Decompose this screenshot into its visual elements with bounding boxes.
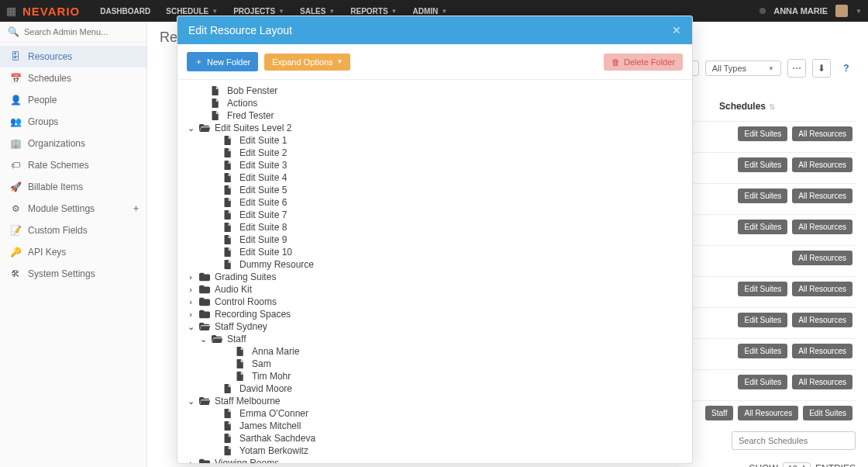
folder-icon bbox=[199, 310, 210, 319]
delete-folder-button[interactable]: 🗑 Delete Folder bbox=[604, 54, 683, 71]
folder-icon bbox=[199, 285, 210, 294]
tree-label: Audio Kit bbox=[215, 284, 252, 295]
tree-label: Edit Suite 4 bbox=[239, 172, 287, 183]
file-icon bbox=[224, 210, 232, 220]
file-icon bbox=[224, 185, 232, 195]
tree-label: Grading Suites bbox=[215, 272, 276, 282]
file-icon bbox=[224, 223, 232, 232]
tree-folder[interactable]: ›Grading Suites bbox=[187, 271, 683, 283]
tree-item[interactable]: Tim Mohr bbox=[187, 370, 683, 382]
tree-label: Fred Tester bbox=[227, 110, 274, 121]
tree-label: Emma O'Conner bbox=[239, 408, 308, 419]
tree-item[interactable]: David Moore bbox=[187, 382, 683, 395]
tree-label: Anna Marie bbox=[252, 346, 299, 357]
tree-item[interactable]: Emma O'Conner bbox=[187, 407, 683, 420]
chevron-down-icon[interactable]: ⌄ bbox=[199, 334, 207, 344]
tree-label: Bob Fenster bbox=[227, 85, 277, 96]
tree-item[interactable]: Sarthak Sachdeva bbox=[187, 432, 683, 445]
file-icon bbox=[224, 198, 232, 207]
file-icon bbox=[236, 372, 244, 381]
chevron-down-icon[interactable]: ⌄ bbox=[187, 396, 195, 406]
tree-label: Dummy Resource bbox=[239, 259, 314, 270]
tree-folder[interactable]: ⌄Staff Melbourne bbox=[187, 395, 683, 407]
tree-label: Edit Suite 7 bbox=[239, 209, 287, 220]
tree-item[interactable]: Edit Suite 4 bbox=[187, 171, 683, 184]
file-icon bbox=[224, 148, 232, 157]
tree-label: Edit Suite 2 bbox=[239, 147, 287, 158]
file-icon bbox=[212, 111, 219, 120]
tree-item[interactable]: Edit Suite 10 bbox=[187, 246, 683, 258]
tree-item[interactable]: Anna Marie bbox=[187, 345, 683, 358]
file-icon bbox=[224, 421, 232, 431]
tree-label: Edit Suite 3 bbox=[239, 160, 287, 171]
tree-label: Edit Suite 5 bbox=[239, 185, 287, 195]
folder-icon bbox=[199, 458, 210, 463]
close-icon[interactable]: ✕ bbox=[672, 24, 681, 36]
tree-folder[interactable]: ⌄Edit Suites Level 2 bbox=[187, 122, 683, 134]
plus-icon: ＋ bbox=[195, 56, 203, 67]
tree-item[interactable]: Edit Suite 9 bbox=[187, 234, 683, 246]
chevron-down-icon[interactable]: ⌄ bbox=[187, 322, 195, 332]
tree-label: Edit Suite 9 bbox=[239, 234, 287, 245]
tree-item[interactable]: Edit Suite 7 bbox=[187, 209, 683, 221]
tree-folder[interactable]: ›Viewing Rooms bbox=[187, 457, 683, 463]
tree-item[interactable]: Edit Suite 3 bbox=[187, 159, 683, 171]
file-icon bbox=[236, 347, 244, 356]
file-icon bbox=[224, 247, 232, 257]
tree-label: David Moore bbox=[239, 383, 292, 394]
tree-label: Edit Suite 6 bbox=[239, 197, 287, 208]
tree-item[interactable]: Actions bbox=[187, 97, 683, 109]
new-folder-button[interactable]: ＋ New Folder bbox=[187, 52, 258, 71]
tree-label: James Mitchell bbox=[239, 420, 301, 431]
file-icon bbox=[224, 260, 232, 269]
edit-resource-layout-modal: Edit Resource Layout ✕ ＋ New Folder Expa… bbox=[177, 16, 693, 464]
modal-title: Edit Resource Layout bbox=[188, 24, 292, 36]
tree-folder[interactable]: ›Audio Kit bbox=[187, 283, 683, 296]
chevron-right-icon[interactable]: › bbox=[187, 310, 195, 319]
file-icon bbox=[224, 161, 232, 170]
tree-label: Edit Suite 10 bbox=[239, 247, 292, 258]
tree-item[interactable]: Edit Suite 8 bbox=[187, 221, 683, 234]
tree-label: Actions bbox=[227, 98, 257, 109]
trash-icon: 🗑 bbox=[611, 57, 620, 67]
tree-item[interactable]: Dummy Resource bbox=[187, 258, 683, 271]
tree-item[interactable]: Edit Suite 2 bbox=[187, 147, 683, 159]
tree-label: Staff Melbourne bbox=[215, 396, 281, 406]
file-icon bbox=[212, 99, 219, 108]
tree-folder[interactable]: ⌄Staff bbox=[187, 333, 683, 345]
tree-folder[interactable]: ⌄Staff Sydney bbox=[187, 320, 683, 333]
tree-item[interactable]: Edit Suite 5 bbox=[187, 184, 683, 196]
tree-item[interactable]: Sam bbox=[187, 358, 683, 370]
chevron-right-icon[interactable]: › bbox=[187, 458, 195, 463]
chevron-right-icon[interactable]: › bbox=[187, 272, 195, 282]
tree-folder[interactable]: ›Control Rooms bbox=[187, 296, 683, 308]
caret-down-icon: ▼ bbox=[337, 58, 343, 65]
tree-folder[interactable]: ›Recording Spaces bbox=[187, 308, 683, 320]
tree-label: Staff bbox=[227, 334, 246, 344]
file-icon bbox=[236, 359, 244, 368]
tree-label: Tim Mohr bbox=[252, 371, 291, 382]
modal-header: Edit Resource Layout ✕ bbox=[177, 16, 692, 44]
folder-open-icon bbox=[199, 396, 211, 406]
tree-item[interactable]: Edit Suite 1 bbox=[187, 134, 683, 147]
tree-label: Yotam Berkowitz bbox=[239, 445, 308, 456]
folder-open-icon bbox=[199, 123, 211, 133]
chevron-right-icon[interactable]: › bbox=[187, 297, 195, 306]
tree-item[interactable]: Bob Fenster bbox=[187, 85, 683, 97]
file-icon bbox=[224, 384, 232, 393]
resource-tree[interactable]: Bob FensterActionsFred Tester⌄Edit Suite… bbox=[177, 80, 692, 463]
tree-label: Edit Suite 8 bbox=[239, 222, 287, 233]
tree-item[interactable]: Fred Tester bbox=[187, 109, 683, 122]
tree-item[interactable]: Yotam Berkowitz bbox=[187, 445, 683, 457]
tree-label: Edit Suite 1 bbox=[239, 135, 287, 146]
tree-item[interactable]: James Mitchell bbox=[187, 420, 683, 432]
folder-icon bbox=[199, 272, 210, 282]
folder-icon bbox=[199, 297, 210, 306]
tree-label: Viewing Rooms bbox=[215, 458, 279, 463]
file-icon bbox=[224, 136, 232, 145]
folder-open-icon bbox=[199, 322, 211, 331]
chevron-right-icon[interactable]: › bbox=[187, 285, 195, 294]
tree-item[interactable]: Edit Suite 6 bbox=[187, 196, 683, 209]
chevron-down-icon[interactable]: ⌄ bbox=[187, 123, 195, 133]
expand-options-button[interactable]: Expand Options ▼ bbox=[264, 54, 350, 71]
